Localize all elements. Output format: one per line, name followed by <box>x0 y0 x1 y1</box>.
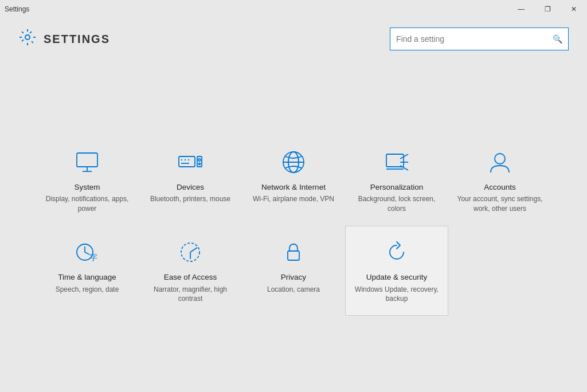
window-controls: — ❐ ✕ <box>508 0 587 18</box>
header: SETTINGS 🔍 <box>0 18 587 60</box>
minimize-button[interactable]: — <box>508 0 534 18</box>
svg-line-26 <box>190 248 197 252</box>
svg-line-16 <box>400 154 408 159</box>
svg-rect-15 <box>386 154 404 167</box>
network-title: Network & Internet <box>261 182 326 193</box>
settings-item-network[interactable]: Network & Internet Wi-Fi, airplane mode,… <box>242 136 345 226</box>
svg-rect-1 <box>77 153 97 167</box>
settings-item-ease[interactable]: Ease of Access Narrator, magnifier, high… <box>139 226 242 316</box>
settings-item-time[interactable]: 字 Time & language Speech, region, date <box>36 226 139 316</box>
empty-cell <box>448 226 551 316</box>
settings-item-update[interactable]: Update & security Windows Update, recove… <box>345 226 448 316</box>
time-title: Time & language <box>58 272 116 283</box>
header-left: SETTINGS <box>18 28 110 50</box>
network-subtitle: Wi-Fi, airplane mode, VPN <box>253 194 334 204</box>
settings-item-personalization[interactable]: Personalization Background, lock screen,… <box>345 136 448 226</box>
network-icon <box>276 148 311 177</box>
search-box[interactable]: 🔍 <box>390 28 569 50</box>
update-subtitle: Windows Update, recovery, backup <box>351 285 442 304</box>
svg-point-11 <box>199 163 201 164</box>
ease-title: Ease of Access <box>164 272 217 283</box>
window-title: Settings <box>5 5 29 13</box>
gear-icon <box>18 28 37 50</box>
settings-grid-row1: System Display, notifications, apps, pow… <box>36 136 551 226</box>
svg-point-10 <box>198 159 201 161</box>
accounts-subtitle: Your account, sync settings, work, other… <box>455 194 545 214</box>
personalization-icon <box>379 148 414 177</box>
settings-item-system[interactable]: System Display, notifications, apps, pow… <box>36 136 139 226</box>
svg-text:字: 字 <box>89 253 97 262</box>
settings-grid-row2: 字 Time & language Speech, region, date E… <box>36 226 551 316</box>
main-content: System Display, notifications, apps, pow… <box>0 60 587 392</box>
title-bar: Settings — ❐ ✕ <box>0 0 587 18</box>
search-icon[interactable]: 🔍 <box>553 34 562 44</box>
svg-line-23 <box>85 252 89 254</box>
system-title: System <box>74 182 100 193</box>
update-icon <box>379 238 414 266</box>
svg-rect-4 <box>179 156 195 167</box>
privacy-subtitle: Location, camera <box>267 285 320 295</box>
devices-subtitle: Bluetooth, printers, mouse <box>150 194 230 204</box>
privacy-title: Privacy <box>281 272 306 283</box>
svg-rect-28 <box>288 251 299 260</box>
search-input[interactable] <box>396 34 553 44</box>
devices-title: Devices <box>177 182 204 193</box>
maximize-button[interactable]: ❐ <box>534 0 561 18</box>
time-subtitle: Speech, region, date <box>56 285 119 295</box>
close-button[interactable]: ✕ <box>561 0 587 18</box>
settings-item-accounts[interactable]: Accounts Your account, sync settings, wo… <box>448 136 551 226</box>
accounts-title: Accounts <box>484 182 516 193</box>
svg-point-20 <box>495 154 505 164</box>
system-icon <box>70 148 104 177</box>
svg-point-0 <box>25 35 30 40</box>
ease-subtitle: Narrator, magnifier, high contrast <box>145 285 236 304</box>
privacy-icon <box>276 238 311 266</box>
personalization-title: Personalization <box>370 182 423 193</box>
page-title: SETTINGS <box>44 33 110 46</box>
personalization-subtitle: Background, lock screen, colors <box>351 194 442 214</box>
update-title: Update & security <box>366 272 428 283</box>
accounts-icon <box>483 148 517 177</box>
time-icon: 字 <box>70 238 104 266</box>
devices-icon <box>173 148 208 177</box>
system-subtitle: Display, notifications, apps, power <box>42 194 132 214</box>
settings-item-devices[interactable]: Devices Bluetooth, printers, mouse <box>139 136 242 226</box>
settings-item-privacy[interactable]: Privacy Location, camera <box>242 226 345 316</box>
ease-icon <box>173 238 208 266</box>
